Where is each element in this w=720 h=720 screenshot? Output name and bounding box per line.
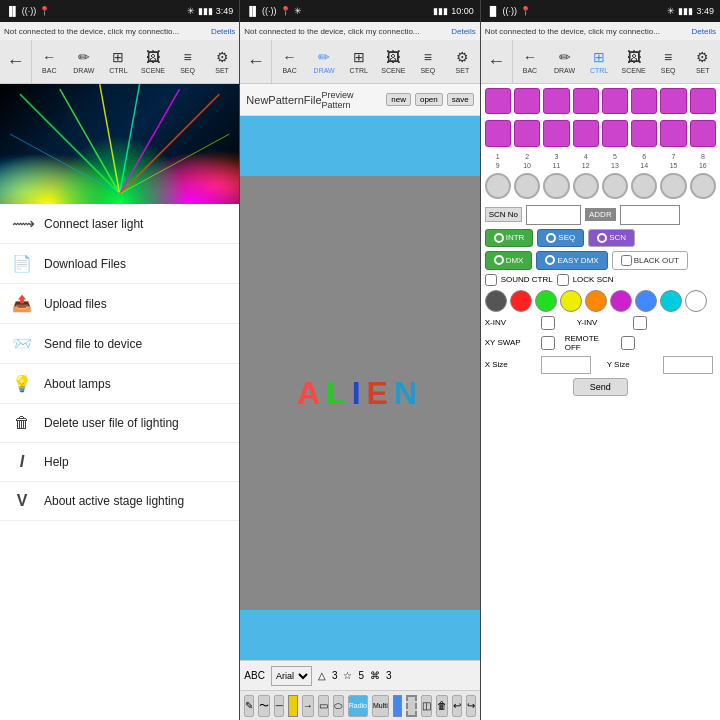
scn-radio[interactable]: SCN [588,229,635,247]
ctrl-btn-6[interactable] [631,88,657,114]
seq-radio[interactable]: SEQ [537,229,584,247]
nav-bac-3[interactable]: ← BAC [513,40,548,84]
nav-bac-2[interactable]: ← BAC [272,40,307,84]
color-purple[interactable] [610,290,632,312]
addr-input[interactable] [620,205,680,225]
ctrl-btn-12[interactable] [573,120,599,146]
ctrl-btn-1[interactable] [485,88,511,114]
menu-item-download[interactable]: 📄 Download Files [0,244,239,284]
ctrl-btn-8[interactable] [690,88,716,114]
xinv-checkbox[interactable] [541,316,555,330]
triangle-shape[interactable]: △ [318,670,326,681]
menu-item-help[interactable]: I Help [0,443,239,482]
lock-scn-checkbox[interactable] [557,274,569,286]
menu-item-upload[interactable]: 📤 Upload files [0,284,239,324]
open-pattern-button[interactable]: open [415,93,443,106]
rect-tool[interactable]: ▭ [318,695,329,717]
ctrl-btn-15[interactable] [660,120,686,146]
scn-no-input[interactable] [526,205,581,225]
ctrl-btn-5[interactable] [602,88,628,114]
nav-set-3[interactable]: ⚙ SET [685,40,720,84]
multi-tool[interactable]: Multi [372,695,389,717]
knob-4[interactable] [573,173,599,199]
nav-draw-1[interactable]: ✏ DRAW [67,40,102,84]
nav-seq-3[interactable]: ≡ SEQ [651,40,686,84]
ctrl-btn-13[interactable] [602,120,628,146]
ctrl-btn-16[interactable] [690,120,716,146]
knob-3[interactable] [543,173,569,199]
sound-ctrl-checkbox[interactable] [485,274,497,286]
nav-ctrl-3[interactable]: ⊞ CTRL [582,40,617,84]
color-cyan[interactable] [660,290,682,312]
knob-5[interactable] [602,173,628,199]
ellipse-tool[interactable]: ⬭ [333,695,344,717]
knob-2[interactable] [514,173,540,199]
color-green[interactable] [535,290,557,312]
ctrl-btn-11[interactable] [543,120,569,146]
trash-tool[interactable]: 🗑 [436,695,448,717]
color-swatch-blue[interactable] [393,695,402,717]
color-blue[interactable] [635,290,657,312]
easy-dmx-btn[interactable]: EASY DMX [536,251,607,270]
ctrl-btn-2[interactable] [514,88,540,114]
color-white[interactable] [685,290,707,312]
details-link-3[interactable]: Deteils [692,27,716,36]
font-select[interactable]: Arial [271,666,312,686]
line-tool[interactable]: ─ [274,695,284,717]
radio-tool[interactable]: Radio [348,695,368,717]
star-shape[interactable]: ☆ [343,670,352,681]
nav-bac-1[interactable]: ← BAC [32,40,67,84]
nav-ctrl-2[interactable]: ⊞ CTRL [341,40,376,84]
back-button-1[interactable]: ← [0,40,32,84]
knob-7[interactable] [660,173,686,199]
knob-1[interactable] [485,173,511,199]
menu-item-lamps[interactable]: 💡 About lamps [0,364,239,404]
back-button-3[interactable]: ← [481,40,513,84]
details-link-1[interactable]: Deteils [211,27,235,36]
remoteoff-checkbox[interactable] [621,336,635,350]
knob-6[interactable] [631,173,657,199]
nav-draw-3[interactable]: ✏ DRAW [547,40,582,84]
ctrl-btn-7[interactable] [660,88,686,114]
ctrl-btn-14[interactable] [631,120,657,146]
back-button-2[interactable]: ← [240,40,272,84]
spiral-shape[interactable]: ⌘ [370,670,380,681]
dmx-btn[interactable]: DMX [485,251,533,270]
save-pattern-button[interactable]: save [447,93,474,106]
color-swatch-dashed[interactable] [406,695,417,717]
nav-scene-3[interactable]: 🖼 SCENE [616,40,651,84]
stamp-tool[interactable]: ◫ [421,695,432,717]
menu-item-delete[interactable]: 🗑 Delete user file of lighting [0,404,239,443]
undo-tool[interactable]: ↩ [452,695,462,717]
redo-tool[interactable]: ↪ [466,695,476,717]
new-pattern-button[interactable]: new [386,93,411,106]
nav-seq-2[interactable]: ≡ SEQ [411,40,446,84]
ctrl-btn-9[interactable] [485,120,511,146]
wave-tool[interactable]: 〜 [258,695,270,717]
ctrl-btn-3[interactable] [543,88,569,114]
nav-set-1[interactable]: ⚙ SET [205,40,240,84]
black-out-btn[interactable]: BLACK OUT [612,251,688,270]
color-red[interactable] [510,290,532,312]
color-yellow[interactable] [560,290,582,312]
nav-ctrl-1[interactable]: ⊞ CTRL [101,40,136,84]
nav-scene-2[interactable]: 🖼 SCENE [376,40,411,84]
menu-item-send[interactable]: 📨 Send file to device [0,324,239,364]
yinv-checkbox[interactable] [633,316,647,330]
ysize-input[interactable] [663,356,713,374]
nav-draw-2[interactable]: ✏ DRAW [307,40,342,84]
nav-scene-1[interactable]: 🖼 SCENE [136,40,171,84]
ctrl-btn-4[interactable] [573,88,599,114]
black-out-checkbox[interactable] [621,255,632,266]
arrow-tool[interactable]: → [302,695,314,717]
nav-set-2[interactable]: ⚙ SET [445,40,480,84]
menu-item-connect[interactable]: ⟿ Connect laser light [0,204,239,244]
knob-8[interactable] [690,173,716,199]
send-button[interactable]: Send [573,378,628,396]
pencil-tool[interactable]: ✎ [244,695,254,717]
xyswap-checkbox[interactable] [541,336,555,350]
color-orange[interactable] [585,290,607,312]
menu-item-about[interactable]: V About active stage lighting [0,482,239,521]
intr-radio[interactable]: INTR [485,229,534,247]
color-gray[interactable] [485,290,507,312]
